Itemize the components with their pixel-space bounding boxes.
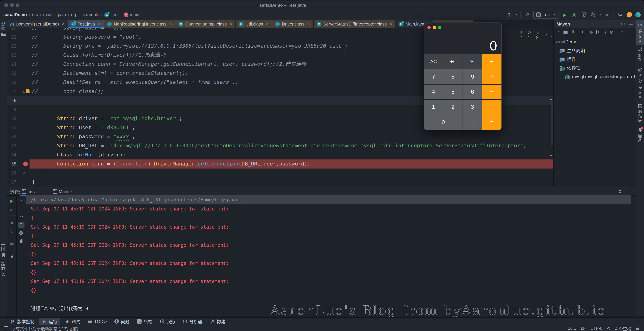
toolwindow-button-运行[interactable]: ▶运行	[39, 317, 60, 325]
editor-scrollbar[interactable]	[551, 102, 553, 146]
close-window-button[interactable]	[4, 3, 8, 7]
calc-button-×[interactable]: ×	[482, 69, 502, 84]
next-problem-button[interactable]: ⌄	[550, 33, 554, 38]
close-tab-icon[interactable]: ✕	[70, 189, 72, 193]
stripe-button-Maven[interactable]: mMaven	[636, 20, 644, 45]
calc-button-=[interactable]: =	[482, 115, 502, 130]
calc-button-.[interactable]: .	[463, 115, 482, 130]
calc-button-AC[interactable]: AC	[424, 54, 443, 69]
code-line[interactable]: 33 String DB_URL = "jdbc:mysql://127.0.0…	[7, 141, 554, 150]
pin-tab-icon[interactable]	[8, 254, 15, 259]
calc-button-8[interactable]: 8	[444, 69, 462, 84]
fold-marker-icon[interactable]: ⌂	[23, 87, 25, 96]
toolwindow-button-服务[interactable]: 服务	[157, 317, 178, 325]
file-encoding[interactable]: UTF-8	[590, 326, 602, 331]
intention-bulb-icon[interactable]	[26, 89, 30, 93]
calc-button-1[interactable]: 1	[424, 100, 443, 115]
gear-icon[interactable]: ⚙	[618, 189, 622, 194]
calc-button-3[interactable]: 3	[463, 100, 482, 115]
editor-tab[interactable]: CConnectionImpl.class✕	[176, 20, 236, 28]
breadcrumb-item[interactable]: Test	[110, 12, 118, 17]
user-icon[interactable]	[506, 12, 512, 18]
close-tab-icon[interactable]: ✕	[390, 22, 392, 26]
breadcrumb-item[interactable]: example	[83, 12, 99, 17]
maven-tree-item[interactable]: serialDemo	[554, 37, 636, 46]
edit-configuration-icon[interactable]	[8, 206, 15, 212]
close-tab-icon[interactable]: ✕	[169, 22, 172, 26]
code-line[interactable]: 35 Connection conn = (Connection) Driver…	[7, 159, 554, 169]
run-maven-goal-icon[interactable]: ▶	[590, 29, 594, 35]
calc-button-5[interactable]: 5	[444, 85, 462, 100]
zoom-window-button[interactable]	[16, 3, 20, 7]
breadcrumb-item[interactable]: main	[43, 12, 53, 17]
down-stacktrace-icon[interactable]: ↓	[18, 206, 24, 211]
rerun-button[interactable]: ▶	[8, 198, 15, 203]
calc-button-%[interactable]: %	[463, 54, 482, 69]
offline-mode-icon[interactable]: ⊘	[610, 29, 614, 35]
code-line[interactable]: 32 String password = "xxxx";	[7, 132, 554, 141]
toolwindow-button-问题[interactable]: !问题	[111, 317, 133, 325]
skip-tests-icon[interactable]: ∦	[604, 29, 607, 35]
console-output[interactable]: /Library/Java/JavaVirtualMachines/jdk1.8…	[26, 195, 636, 316]
toolwindow-button-TODO[interactable]: TODO	[84, 317, 110, 325]
breadcrumb-item[interactable]: main	[130, 12, 139, 17]
calc-button-+[interactable]: +	[482, 100, 502, 115]
reload-maven-icon[interactable]: ⟳	[556, 29, 560, 35]
add-maven-project-icon[interactable]: +	[581, 29, 584, 35]
minimize-window-button[interactable]	[10, 3, 14, 7]
profiler-button[interactable]	[590, 12, 596, 18]
calc-button-7[interactable]: 7	[424, 69, 443, 84]
stripe-button-结构[interactable]: 结构	[0, 260, 7, 279]
maven-tree-item[interactable]: mysql:mysql-connector-java:5.1.29	[554, 72, 636, 81]
calc-button-6[interactable]: 6	[463, 85, 482, 100]
stripe-button-书签[interactable]: 书签	[0, 240, 7, 260]
editor-tab[interactable]: CServerStatusDiffInterceptor.class✕	[314, 20, 396, 28]
print-icon[interactable]	[18, 230, 24, 236]
stripe-button-AI Assistant[interactable]: @AI Assistant	[636, 65, 644, 101]
soft-wrap-icon[interactable]: ↩	[18, 214, 24, 220]
editor-tab[interactable]: CNonRegisteringDriver.class✕	[104, 20, 176, 28]
minimize-panel-icon[interactable]: —	[627, 189, 632, 194]
status-window-icon[interactable]	[4, 326, 8, 330]
toolwindow-button-调试[interactable]: 调试	[62, 317, 83, 325]
close-tab-icon[interactable]: ✕	[266, 22, 269, 26]
prev-problem-button[interactable]: ⌃	[544, 33, 548, 38]
breadcrumb-item[interactable]: src	[32, 12, 38, 17]
stop-process-button[interactable]: ■	[8, 220, 15, 225]
close-tab-icon[interactable]: ✕	[307, 22, 310, 26]
fold-marker-icon[interactable]: ⌂	[23, 169, 25, 178]
close-tab-icon[interactable]: ✕	[230, 22, 232, 26]
toolwindow-button-构建[interactable]: 构建	[207, 317, 228, 325]
calc-button-+/-[interactable]: +/-	[444, 54, 462, 69]
scroll-to-end-icon[interactable]: ↧	[18, 222, 24, 228]
reload-all-projects-icon[interactable]	[563, 30, 568, 34]
stripe-button-项目[interactable]: 项目	[0, 20, 7, 39]
editor-tab[interactable]: CTest.java✕	[68, 20, 104, 28]
debug-button[interactable]	[571, 12, 577, 18]
toolwindow-button-版本控制[interactable]: 版本控制	[8, 317, 38, 325]
restore-layout-icon[interactable]: ▤	[8, 241, 15, 246]
close-tab-icon[interactable]: ✕	[38, 189, 40, 193]
calc-button-0[interactable]: 0	[424, 115, 462, 130]
run-tab[interactable]: Main✕	[53, 187, 72, 195]
toolwindow-button-分析器[interactable]: 分析器	[180, 317, 206, 325]
error-stripe-mark[interactable]	[550, 99, 552, 100]
search-everywhere-icon[interactable]	[617, 12, 623, 18]
execute-maven-goal-icon[interactable]: ▶	[596, 30, 602, 34]
ide-assistant-sphere-icon[interactable]	[635, 12, 641, 17]
calc-minimize-button[interactable]	[433, 26, 436, 29]
stripe-button-数据库[interactable]: 数据库	[636, 101, 644, 125]
maven-tree-item[interactable]: 依赖项	[554, 64, 636, 72]
close-tab-icon[interactable]: ✕	[98, 22, 100, 26]
editor-tab[interactable]: mpom.xml (serialDemo)✕	[7, 20, 68, 28]
build-hammer-icon[interactable]	[524, 12, 530, 18]
up-stacktrace-icon[interactable]: ↑	[18, 198, 24, 203]
caret-position[interactable]: 28:1	[568, 326, 576, 331]
breadcrumb-item[interactable]: serialDemo	[3, 12, 27, 17]
download-sources-icon[interactable]: ⇩	[571, 29, 575, 35]
profiler-history-icon[interactable]: ◷	[8, 228, 15, 233]
minimize-panel-icon[interactable]: —	[629, 21, 633, 26]
toolwindow-button-终端[interactable]: >_终端	[134, 317, 156, 325]
calc-button-÷[interactable]: ÷	[482, 54, 502, 69]
run-configuration-selector[interactable]: Test ▼	[533, 11, 558, 19]
